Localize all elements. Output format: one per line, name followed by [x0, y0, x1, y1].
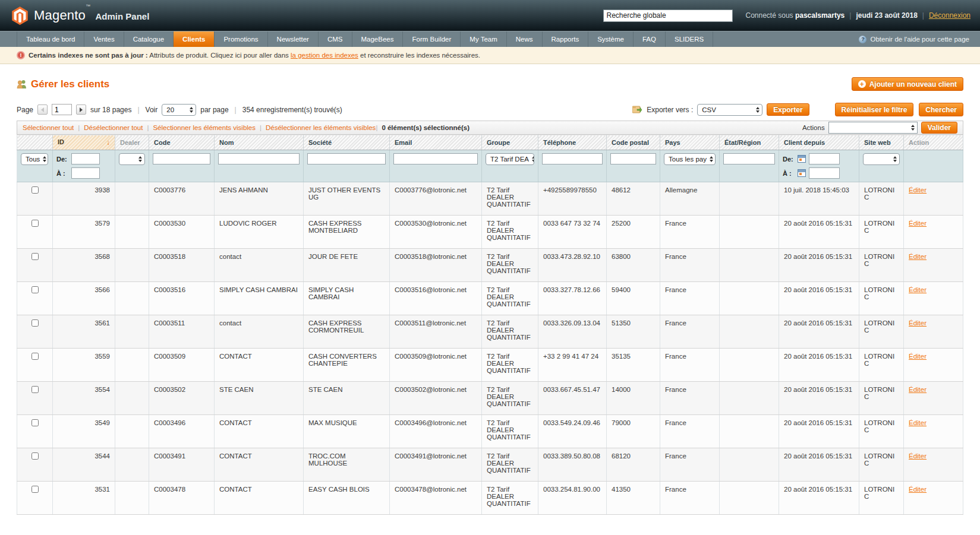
table-row[interactable]: 3938C0003776JENS AHMANNJUST OTHER EVENTS…	[17, 182, 963, 216]
nav-item-rapports[interactable]: Rapports	[543, 31, 589, 47]
edit-link[interactable]: Éditer	[909, 419, 927, 426]
row-checkbox[interactable]	[31, 220, 39, 227]
edit-link[interactable]: Éditer	[909, 220, 927, 227]
nav-item-syst-me[interactable]: Système	[588, 31, 634, 47]
separator: |	[260, 124, 261, 131]
column-header-email[interactable]: Email	[390, 135, 482, 150]
edit-link[interactable]: Éditer	[909, 186, 927, 194]
column-header-client_depuis[interactable]: Client depuis	[779, 135, 859, 150]
column-header-code[interactable]: Code	[149, 135, 215, 150]
nav-item-ventes[interactable]: Ventes	[84, 31, 124, 47]
add-customer-button[interactable]: + Ajouter un nouveau client	[852, 77, 963, 91]
column-header-groupe[interactable]: Groupe	[482, 135, 538, 150]
column-header-site_web[interactable]: Site web	[859, 135, 904, 150]
edit-link[interactable]: Éditer	[909, 452, 927, 460]
nav-item-newsletter[interactable]: Newsletter	[268, 31, 319, 47]
telephone-filter-input[interactable]	[542, 153, 603, 164]
table-row[interactable]: 3544C0003491CONTACTTROC.COM MULHOUSEC000…	[17, 448, 963, 482]
code-filter-input[interactable]	[153, 153, 210, 164]
cell-select	[17, 282, 53, 315]
nom-filter-input[interactable]	[218, 153, 300, 164]
search-button[interactable]: Chercher	[919, 103, 963, 116]
cell-groupe: T2 Tarif DEALER QUANTITATIF	[482, 482, 538, 515]
edit-link[interactable]: Éditer	[909, 386, 927, 393]
column-header-etat[interactable]: État/Région	[720, 135, 779, 150]
column-header-societe[interactable]: Société	[304, 135, 390, 150]
column-header-action[interactable]: Action	[904, 135, 963, 150]
nav-item-faq[interactable]: FAQ	[634, 31, 666, 47]
export-format-select[interactable]: CSV	[697, 104, 762, 116]
massaction-link-2[interactable]: Sélectionner les éléments visibles	[153, 124, 256, 131]
id-to-input[interactable]	[71, 167, 100, 179]
site-web-filter-select[interactable]	[863, 153, 900, 165]
table-row[interactable]: 3561C0003511contactCASH EXPRESS CORMONTR…	[17, 315, 963, 349]
calendar-icon[interactable]	[798, 169, 806, 177]
pays-filter-select[interactable]: Tous les pay	[664, 153, 716, 165]
nav-item-clients[interactable]: Clients	[174, 31, 215, 47]
global-search-input[interactable]	[603, 10, 733, 22]
dealer-filter-select[interactable]	[119, 153, 145, 165]
code-postal-filter-input[interactable]	[610, 153, 656, 164]
column-header-pays[interactable]: Pays	[660, 135, 720, 150]
index-management-link[interactable]: la gestion des indexes	[291, 52, 358, 59]
logout-link[interactable]: Déconnexion	[929, 11, 970, 20]
groupe-filter-select[interactable]: T2 Tarif DEA	[486, 153, 534, 165]
next-page-button[interactable]	[76, 105, 86, 115]
etat-filter-input[interactable]	[723, 153, 775, 164]
previous-page-button[interactable]	[37, 105, 48, 115]
date-to-input[interactable]	[809, 167, 840, 179]
edit-link[interactable]: Éditer	[909, 486, 927, 493]
column-header-telephone[interactable]: Téléphone	[538, 135, 607, 150]
date-from-input[interactable]	[809, 153, 840, 164]
cell-groupe: T2 Tarif DEALER QUANTITATIF	[482, 216, 538, 249]
massaction-link-3[interactable]: Désélectionner les éléments visibles	[266, 124, 376, 131]
nav-item-cms[interactable]: CMS	[319, 31, 352, 47]
edit-link[interactable]: Éditer	[909, 353, 927, 360]
nav-item-tableau-de-bord[interactable]: Tableau de bord	[17, 31, 84, 47]
table-row[interactable]: 3579C0003530LUDOVIC ROGERCASH EXPRESS MO…	[17, 216, 963, 249]
row-checkbox[interactable]	[31, 353, 39, 360]
edit-link[interactable]: Éditer	[909, 319, 927, 327]
table-row[interactable]: 3568C0003518contactJOUR DE FETEC0003518@…	[17, 249, 963, 282]
nav-item-promotions[interactable]: Promotions	[215, 31, 267, 47]
row-checkbox[interactable]	[31, 486, 39, 493]
row-checkbox[interactable]	[31, 286, 39, 293]
row-checkbox[interactable]	[31, 319, 39, 327]
massaction-link-1[interactable]: Désélectionner tout	[84, 124, 143, 131]
nav-item-news[interactable]: News	[507, 31, 543, 47]
mass-select-filter[interactable]: Tous	[21, 153, 48, 165]
edit-link[interactable]: Éditer	[909, 253, 927, 260]
edit-link[interactable]: Éditer	[909, 286, 927, 293]
table-row[interactable]: 3531C0003478CONTACTEASY CASH BLOISC00034…	[17, 482, 963, 515]
nav-item-form-builder[interactable]: Form Builder	[403, 31, 461, 47]
row-checkbox[interactable]	[31, 452, 39, 460]
calendar-icon[interactable]	[798, 155, 806, 163]
societe-filter-input[interactable]	[307, 153, 386, 164]
nav-item-magebees[interactable]: MageBees	[352, 31, 404, 47]
page-number-input[interactable]	[52, 104, 72, 115]
table-row[interactable]: 3554C0003502STE CAENSTE CAENC0003502@lot…	[17, 382, 963, 415]
help-link[interactable]: ? Obtenir de l'aide pour cette page	[848, 31, 980, 47]
row-checkbox[interactable]	[31, 253, 39, 260]
row-checkbox[interactable]	[31, 419, 39, 426]
email-filter-input[interactable]	[393, 153, 478, 164]
column-header-dealer[interactable]: Dealer	[115, 135, 149, 150]
column-header-code_postal[interactable]: Code postal	[607, 135, 660, 150]
actions-select[interactable]	[828, 122, 918, 134]
table-row[interactable]: 3566C0003516SIMPLY CASH CAMBRAISIMPLY CA…	[17, 282, 963, 315]
nav-item-catalogue[interactable]: Catalogue	[124, 31, 174, 47]
reset-filter-button[interactable]: Réinitialiser le filtre	[835, 103, 914, 116]
row-checkbox[interactable]	[31, 186, 39, 194]
id-from-input[interactable]	[71, 153, 100, 164]
table-row[interactable]: 3549C0003496CONTACTMAX MUSIQUEC0003496@l…	[17, 415, 963, 448]
column-header-nom[interactable]: Nom	[215, 135, 304, 150]
column-header-id[interactable]: ID↓	[53, 135, 115, 150]
nav-item-sliders[interactable]: SLIDERS	[666, 31, 713, 47]
table-row[interactable]: 3559C0003509CONTACTCASH CONVERTERS CHANT…	[17, 349, 963, 382]
submit-action-button[interactable]: Valider	[921, 122, 957, 134]
massaction-link-0[interactable]: Sélectionner tout	[23, 124, 74, 131]
nav-item-my-team[interactable]: My Team	[461, 31, 506, 47]
row-checkbox[interactable]	[31, 386, 39, 393]
per-page-select[interactable]: 20	[162, 104, 196, 116]
export-button[interactable]: Exporter	[767, 103, 809, 116]
